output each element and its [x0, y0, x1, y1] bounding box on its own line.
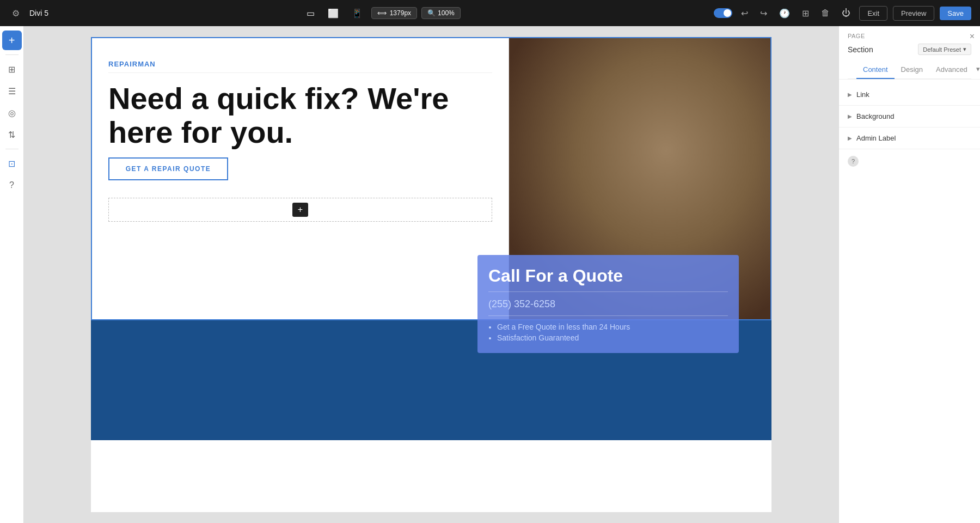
main-area: + ⊞ ☰ ◎ ⇅ ⊡ ? REPAIRMAN Need a quick fix…: [0, 26, 980, 523]
accordion-background-header[interactable]: ▶ Background: [839, 106, 980, 127]
accordion-link-header[interactable]: ▶ Link: [839, 84, 980, 105]
panel-header: Page Section Default Preset ▾ × Content …: [839, 26, 980, 80]
accordion-background-label: Background: [856, 112, 894, 120]
theme-toggle[interactable]: [714, 8, 732, 18]
help-icon[interactable]: ?: [848, 156, 859, 167]
panel-section-title: Section: [848, 45, 873, 54]
topbar-right: ↩ ↪ 🕐 ⊞ 🗑 ⏻ Exit Preview Save: [714, 6, 971, 21]
zoom-icon: 🔍: [427, 9, 436, 17]
mobile-device-button[interactable]: 📱: [347, 6, 367, 21]
add-row-button[interactable]: +: [292, 203, 308, 217]
add-row-container: +: [108, 198, 492, 222]
add-row-icon: +: [298, 205, 303, 214]
sidebar-layers-icon[interactable]: ⊞: [2, 59, 22, 79]
quote-overlay: Call For a Quote (255) 352-6258 Get a Fr…: [477, 255, 739, 353]
tab-more-icon: ▾: [976, 65, 980, 73]
accordion-admin-label-text: Admin Label: [856, 134, 896, 142]
save-button[interactable]: Save: [940, 7, 971, 20]
panel-preset-button[interactable]: Default Preset ▾: [918, 44, 971, 55]
panel-help-section: ?: [839, 149, 980, 173]
panel-page-label: Page: [848, 33, 971, 39]
sidebar-help-icon[interactable]: ?: [2, 175, 22, 195]
preset-chevron-icon: ▾: [963, 46, 966, 53]
preview-button[interactable]: Preview: [893, 6, 934, 21]
accordion-background: ▶ Background: [839, 106, 980, 127]
accordion-link-label: Link: [856, 90, 869, 99]
redo-button[interactable]: ↪: [757, 6, 770, 21]
sidebar-theme-builder-icon[interactable]: ⊡: [2, 154, 22, 173]
panel-close-button[interactable]: ×: [970, 32, 975, 41]
accordion-admin-label-header[interactable]: ▶ Admin Label: [839, 127, 980, 149]
canvas-area: REPAIRMAN Need a quick fix? We're here f…: [24, 26, 838, 523]
sidebar-divider-2: [5, 149, 19, 149]
tab-advanced[interactable]: Advanced: [929, 60, 974, 79]
hero-label: REPAIRMAN: [108, 60, 492, 73]
quote-title: Call For a Quote: [488, 266, 728, 292]
hero-title: Need a quick fix? We're here for you.: [108, 82, 492, 149]
accordion-admin-label: ▶ Admin Label: [839, 127, 980, 149]
tab-more-button[interactable]: ▾: [974, 59, 980, 78]
topbar-left: ⚙ Divi 5: [9, 6, 48, 21]
accordion-link: ▶ Link: [839, 84, 980, 106]
sidebar-portability-icon[interactable]: ⇅: [2, 125, 22, 144]
app-name: Divi 5: [29, 9, 48, 17]
zoom-display: 🔍 100%: [421, 7, 461, 19]
tablet-device-button[interactable]: ⬜: [323, 6, 343, 21]
undo-button[interactable]: ↩: [738, 6, 751, 21]
settings-button[interactable]: ⚙: [9, 6, 23, 21]
hero-cta-button[interactable]: GET A REPAIR QUOTE: [108, 157, 228, 180]
hero-left-column: REPAIRMAN Need a quick fix? We're here f…: [92, 38, 509, 319]
left-sidebar: + ⊞ ☰ ◎ ⇅ ⊡ ?: [0, 26, 24, 523]
canvas: REPAIRMAN Need a quick fix? We're here f…: [91, 37, 771, 512]
topbar-center: ▭ ⬜ 📱 ⟺ 1379px 🔍 100%: [302, 6, 461, 21]
quote-feature-1: Get a Free Quote in less than 24 Hours: [497, 323, 728, 331]
history-button[interactable]: 🕐: [776, 6, 793, 21]
right-panel: Page Section Default Preset ▾ × Content …: [838, 26, 980, 523]
sidebar-menu-icon[interactable]: ☰: [2, 81, 22, 101]
blue-section: Call For a Quote (255) 352-6258 Get a Fr…: [91, 320, 771, 440]
topbar: ⚙ Divi 5 ▭ ⬜ 📱 ⟺ 1379px 🔍 100% ↩ ↪ 🕐 ⊞ 🗑…: [0, 0, 980, 26]
panel-body: ▶ Link ▶ Background ▶ Admin Label ?: [839, 80, 980, 523]
panel-section-row: Section Default Preset ▾: [848, 44, 971, 59]
exit-button[interactable]: Exit: [859, 6, 887, 21]
sidebar-search-icon[interactable]: ◎: [2, 103, 22, 123]
sidebar-add-icon[interactable]: +: [2, 31, 22, 50]
tab-content[interactable]: Content: [856, 60, 895, 79]
width-value: 1379px: [390, 9, 411, 17]
trash-button[interactable]: 🗑: [818, 6, 833, 20]
quote-phone: (255) 352-6258: [488, 299, 728, 316]
accordion-background-arrow-icon: ▶: [848, 113, 852, 119]
accordion-link-arrow-icon: ▶: [848, 92, 852, 98]
sidebar-divider-1: [5, 54, 19, 55]
width-icon: ⟺: [377, 9, 387, 17]
preset-label: Default Preset: [923, 46, 961, 53]
quote-feature-2: Satisfaction Guaranteed: [497, 333, 728, 342]
tab-design[interactable]: Design: [895, 60, 929, 79]
accordion-admin-label-arrow-icon: ▶: [848, 135, 852, 141]
quote-features-list: Get a Free Quote in less than 24 Hours S…: [488, 323, 728, 342]
power-button[interactable]: ⏻: [838, 6, 854, 20]
panel-tabs: Content Design Advanced ▾: [848, 59, 971, 79]
desktop-device-button[interactable]: ▭: [302, 6, 319, 21]
responsive-button[interactable]: ⊞: [799, 6, 812, 21]
width-display: ⟺ 1379px: [371, 7, 417, 19]
zoom-value: 100%: [438, 9, 455, 17]
